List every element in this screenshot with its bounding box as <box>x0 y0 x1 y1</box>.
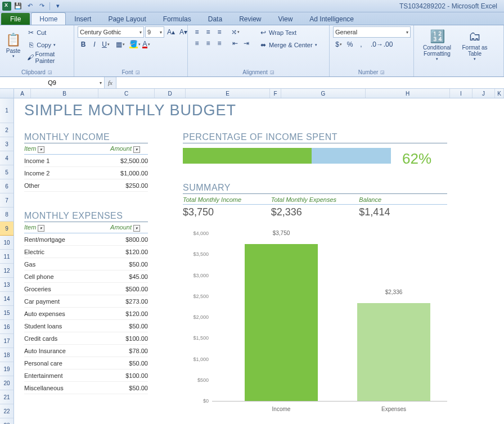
row-header-12[interactable]: 12 <box>0 264 14 278</box>
table-row[interactable]: Car payment$273.00 <box>24 295 148 308</box>
table-row[interactable]: Personal care$50.00 <box>24 357 148 369</box>
row-header-10[interactable]: 10 <box>0 236 14 250</box>
orientation-button[interactable]: ⤭ <box>230 26 241 38</box>
column-header-G[interactable]: G <box>281 89 366 98</box>
redo-button[interactable]: ↷ <box>37 1 47 11</box>
tab-ad-intelligence[interactable]: Ad Intelligence <box>301 12 362 25</box>
filter-button[interactable]: ▾ <box>38 146 44 153</box>
bold-button[interactable]: B <box>78 39 89 50</box>
row-header-15[interactable]: 15 <box>0 306 14 320</box>
formula-input[interactable] <box>116 77 504 88</box>
font-name-select[interactable]: Century Gothic▾ <box>78 26 144 38</box>
column-header-K[interactable]: K <box>495 89 504 98</box>
table-row[interactable]: Auto Insurance$78.00 <box>24 345 148 357</box>
paste-button[interactable]: 📋 Paste ▾ <box>3 26 23 64</box>
tab-page-layout[interactable]: Page Layout <box>100 12 154 25</box>
merge-center-button[interactable]: ⬌Merge & Center▾ <box>258 39 318 51</box>
filter-button[interactable]: ▾ <box>133 225 140 232</box>
number-launcher[interactable]: ◲ <box>380 70 385 75</box>
grow-font-button[interactable]: A▴ <box>165 26 177 38</box>
column-header-J[interactable]: J <box>472 89 495 98</box>
row-header-9[interactable]: 9 <box>0 222 14 236</box>
align-middle-button[interactable]: ≡ <box>202 26 214 38</box>
save-button[interactable]: 💾 <box>13 1 23 11</box>
undo-button[interactable]: ↶ <box>25 1 35 11</box>
row-header-2[interactable]: 2 <box>0 123 14 137</box>
row-header-22[interactable]: 22 <box>0 404 14 418</box>
font-size-select[interactable]: 9▾ <box>145 26 164 38</box>
tab-view[interactable]: View <box>270 12 302 25</box>
row-header-14[interactable]: 14 <box>0 292 14 306</box>
table-row[interactable]: Cell phone$45.00 <box>24 270 148 283</box>
row-header-7[interactable]: 7 <box>0 193 14 208</box>
row-header-3[interactable]: 3 <box>0 137 14 151</box>
tab-home[interactable]: Home <box>31 12 66 25</box>
column-header-C[interactable]: C <box>98 89 155 98</box>
fill-color-button[interactable]: 🪣 <box>129 39 141 50</box>
worksheet[interactable]: SIMPLE MONTHLY BUDGET MONTHLY INCOME Ite… <box>14 98 504 424</box>
italic-button[interactable]: I <box>89 39 100 50</box>
row-header-5[interactable]: 5 <box>0 165 14 179</box>
conditional-formatting-button[interactable]: 🔢 Conditional Formatting▾ <box>417 26 457 64</box>
table-row[interactable]: Auto expenses$120.00 <box>24 308 148 320</box>
row-header-1[interactable]: 1 <box>0 98 14 123</box>
shrink-font-button[interactable]: A▾ <box>178 26 189 38</box>
file-tab[interactable]: File <box>1 13 30 25</box>
table-row[interactable]: Electric$120.00 <box>24 246 148 258</box>
name-box[interactable]: Q9 ▾ <box>0 77 105 88</box>
align-center-button[interactable]: ≡ <box>202 38 214 49</box>
increase-decimal-button[interactable]: .0→ <box>371 39 382 50</box>
row-header-6[interactable]: 6 <box>0 179 14 193</box>
select-all-corner[interactable] <box>0 89 14 98</box>
comma-format-button[interactable]: , <box>356 39 367 50</box>
font-launcher[interactable]: ◲ <box>136 70 140 75</box>
row-header-19[interactable]: 19 <box>0 362 14 376</box>
filter-button[interactable]: ▾ <box>133 146 140 153</box>
column-header-A[interactable]: A <box>14 89 31 98</box>
column-header-B[interactable]: B <box>31 89 98 98</box>
row-header-13[interactable]: 13 <box>0 278 14 292</box>
table-row[interactable]: Student loans$50.00 <box>24 320 148 332</box>
table-row[interactable]: Gas$50.00 <box>24 258 148 270</box>
row-header-8[interactable]: 8 <box>0 208 14 222</box>
column-header-H[interactable]: H <box>366 89 450 98</box>
tab-formulas[interactable]: Formulas <box>155 12 200 25</box>
format-painter-button[interactable]: 🖌Format Painter <box>25 51 70 64</box>
column-header-D[interactable]: D <box>155 89 186 98</box>
number-format-select[interactable]: General▾ <box>333 26 411 38</box>
qat-customize-button[interactable]: ▾ <box>53 1 63 11</box>
underline-button[interactable]: U <box>100 39 111 50</box>
table-row[interactable]: Entertainment$100.00 <box>24 369 148 382</box>
row-header-11[interactable]: 11 <box>0 250 14 264</box>
row-header-20[interactable]: 20 <box>0 376 14 390</box>
row-header-21[interactable]: 21 <box>0 390 14 404</box>
tab-data[interactable]: Data <box>200 12 231 25</box>
table-row[interactable]: Other$250.00 <box>24 179 148 192</box>
table-row[interactable]: Income 1$2,500.00 <box>24 155 148 167</box>
column-header-F[interactable]: F <box>270 89 281 98</box>
cut-button[interactable]: ✂Cut <box>25 26 70 39</box>
align-right-button[interactable]: ≡ <box>214 38 225 49</box>
wrap-text-button[interactable]: ↩Wrap Text <box>258 26 318 39</box>
alignment-launcher[interactable]: ◲ <box>270 70 274 75</box>
row-header-23[interactable]: 23 <box>0 418 14 424</box>
table-row[interactable]: Groceries$500.00 <box>24 283 148 295</box>
align-top-button[interactable]: ≡ <box>191 26 202 38</box>
row-header-18[interactable]: 18 <box>0 348 14 362</box>
table-row[interactable]: Miscellaneous$50.00 <box>24 382 148 394</box>
indent-decrease-button[interactable]: ⇤ <box>230 38 241 49</box>
column-header-I[interactable]: I <box>450 89 472 98</box>
table-row[interactable]: Income 2$1,000.00 <box>24 167 148 179</box>
percent-format-button[interactable]: % <box>344 39 356 50</box>
border-button[interactable]: ▦ <box>115 39 126 50</box>
accounting-format-button[interactable]: $ <box>333 39 344 50</box>
tab-insert[interactable]: Insert <box>66 12 100 25</box>
row-header-4[interactable]: 4 <box>0 151 14 165</box>
row-header-17[interactable]: 17 <box>0 334 14 348</box>
format-as-table-button[interactable]: 🗂 Format as Table▾ <box>459 26 490 64</box>
filter-button[interactable]: ▾ <box>38 225 44 232</box>
align-bottom-button[interactable]: ≡ <box>214 26 225 38</box>
column-header-E[interactable]: E <box>186 89 270 98</box>
clipboard-launcher[interactable]: ◲ <box>48 70 52 75</box>
decrease-decimal-button[interactable]: .00 <box>382 39 394 50</box>
